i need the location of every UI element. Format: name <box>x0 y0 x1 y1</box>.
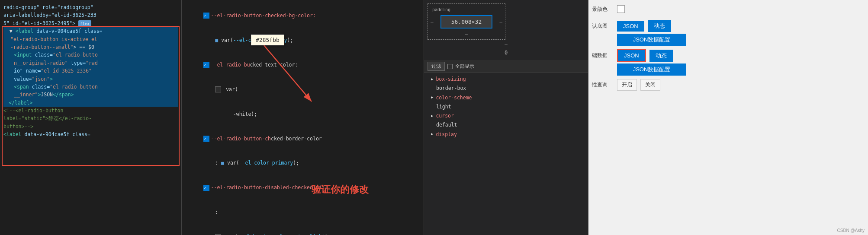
css-line: : ■ var(--el-color-primary); <box>185 151 420 175</box>
animation-button-1[interactable]: 动态 <box>648 20 671 32</box>
all-show-checkbox[interactable] <box>447 64 453 69</box>
expand-icon: ▶ <box>431 113 433 119</box>
animation-button-2[interactable]: 动态 <box>649 50 673 62</box>
dom-line: radio-group" role="radiogroup" <box>3 3 178 11</box>
prop-row-display[interactable]: ▶ display <box>428 130 585 139</box>
prop-row-box-sizing-val: border-box <box>428 84 585 93</box>
svg-line-1 <box>264 45 312 102</box>
filter-bar: 过滤 全部显示 <box>424 60 588 73</box>
dom-line: io" name="el-id-3625-2336" <box>3 67 178 75</box>
dom-comment: <!--<el-radio-button <box>3 107 178 114</box>
prop-name: box-sizing <box>436 76 466 83</box>
dom-line: <label data-v-904cae5f class= <box>3 130 178 138</box>
css-line[interactable]: --el-radio-button-checked-bg-color: <box>185 3 420 28</box>
css-line: var(--el-border-color-extra-light); <box>185 225 420 235</box>
attr-query-label: 性查询 <box>592 81 614 89</box>
expand-icon: ▶ <box>431 76 433 83</box>
prop-name: color-scheme <box>436 94 472 102</box>
prop-value: light <box>436 103 451 111</box>
base-data-label: 础数据 <box>592 52 614 59</box>
dom-line: 5" id="el-id-3625-2495"> flex <box>3 19 178 27</box>
base-data-row: 础数据 JSON 动态 <box>592 49 766 62</box>
prop-row-color-scheme-val: light <box>428 102 585 111</box>
attr-query-row: 性查询 开启 关闭 <box>592 79 766 91</box>
filter-button[interactable]: 过滤 <box>428 62 445 71</box>
css-line: : <box>185 200 420 225</box>
json-button-2[interactable]: JSON <box>617 49 646 62</box>
dom-line: <input class="el-radio-butto <box>3 51 178 59</box>
dom-line: __inner">JSON</span> <box>3 91 178 98</box>
default-map-label: 认底图 <box>592 22 614 30</box>
flex-badge: flex <box>78 20 91 27</box>
dom-line-selected[interactable]: ▼ <label data-v-904cae5f class= <box>3 27 178 35</box>
json-config-row-1: JSON数据配置 <box>592 34 766 46</box>
zero-value: 0 <box>428 49 585 57</box>
annotation-text: 验证你的修改 <box>312 183 369 196</box>
dash-right: — <box>499 19 502 25</box>
color-tooltip: #285fbb <box>251 35 284 45</box>
dom-line: aria-labelledby="el-id-3625-233 <box>3 11 178 19</box>
prop-row-box-sizing[interactable]: ▶ box-sizing <box>428 75 585 84</box>
dom-line: n__original-radio" type="rad <box>3 59 178 67</box>
default-map-row: 认底图 JSON 动态 <box>592 20 766 32</box>
box-model-panel: padding — 56.008×32 — — — 0 过滤 全部显示 <box>424 0 588 235</box>
dom-comment: label="static">静态</el-radio- <box>3 114 178 122</box>
dom-line: "el-radio-button is-active el <box>3 35 178 43</box>
json-config-row-2: JSON数据配置 <box>592 64 766 76</box>
css-line[interactable]: --el-radio-button-chcked-border-color <box>185 127 420 151</box>
json-config-button-1[interactable]: JSON数据配置 <box>617 34 686 46</box>
css-line[interactable]: --el-radio-button-disabled-checked-fill <box>185 175 420 200</box>
bg-color-row: 景颜色 <box>592 5 766 13</box>
dom-line: -radio-button--small"> == $0 <box>3 43 178 51</box>
computed-properties: ▶ box-sizing border-box ▶ color-scheme l… <box>424 73 588 141</box>
expand-icon: ▶ <box>431 131 433 137</box>
dom-line: value="json"> <box>3 75 178 83</box>
prop-value: default <box>436 121 457 129</box>
prop-name: display <box>436 131 457 138</box>
all-show-label: 全部显示 <box>455 63 474 70</box>
prop-name: cursor <box>436 112 454 120</box>
dom-line: <span class="el-radio-button <box>3 83 178 91</box>
color-swatch[interactable] <box>617 5 625 13</box>
bg-label: 景颜色 <box>592 6 614 13</box>
box-model-area: padding — 56.008×32 — — — 0 <box>424 0 588 60</box>
dom-comment: button>--> <box>3 123 178 130</box>
css-panel: #285fbb 验证你的修改 --el-radio-button-checked… <box>182 0 424 235</box>
box-size-display: 56.008×32 <box>440 15 492 29</box>
json-config-button-2[interactable]: JSON数据配置 <box>617 64 686 76</box>
json-button-1[interactable]: JSON <box>617 21 644 32</box>
right-panel: 景颜色 认底图 JSON 动态 JSON数据配置 础数据 JSON 动态 <box>588 0 868 235</box>
open-button[interactable]: 开启 <box>617 79 637 91</box>
dom-tree-panel: radio-group" role="radiogroup" aria-labe… <box>0 0 182 235</box>
prop-row-cursor-val: default <box>428 121 585 130</box>
expand-icon: ▶ <box>431 95 433 101</box>
dom-line: </label> <box>3 99 178 107</box>
watermark: CSDN @Ashy <box>837 227 865 233</box>
close-button[interactable]: 关闭 <box>640 79 660 91</box>
padding-label: padding <box>431 6 452 13</box>
prop-value: border-box <box>436 85 466 92</box>
annotation-arrow <box>255 41 342 119</box>
prop-row-color-scheme[interactable]: ▶ color-scheme <box>428 93 585 102</box>
dash-left: — <box>431 19 434 25</box>
prop-row-cursor[interactable]: ▶ cursor <box>428 111 585 121</box>
